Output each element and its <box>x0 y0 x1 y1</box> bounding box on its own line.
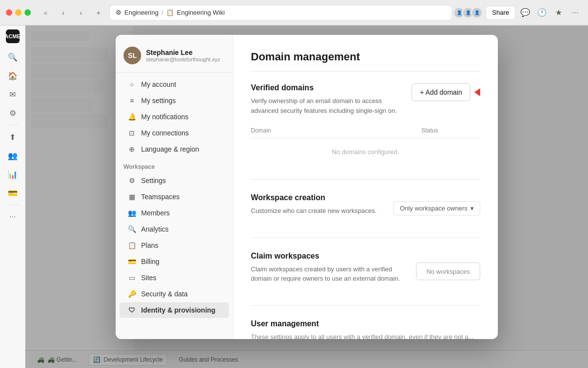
nav-members-label: Members <box>141 209 170 217</box>
nav-item-teamspaces[interactable]: ▦ Teamspaces <box>120 189 229 205</box>
nav-billing-label: Billing <box>141 258 159 265</box>
sites-icon: ▭ <box>127 273 136 282</box>
logo-text: ACME <box>4 33 20 39</box>
domains-empty-message: No domains configured. <box>251 138 480 165</box>
analytics-icon: 🔍 <box>127 225 136 234</box>
sidebar-upload-icon[interactable]: ⬆ <box>4 128 22 146</box>
domain-column-header: Domain <box>251 127 421 134</box>
user-email: stephanie@toolsforthought.xyz <box>146 56 220 62</box>
avatar-3: 👤 <box>471 7 483 19</box>
user-management-desc: These settings apply to all users with a… <box>251 332 480 340</box>
sidebar-settings-icon[interactable]: ⚙ <box>4 104 22 122</box>
claim-workspaces-title: Claim workspaces <box>251 252 406 261</box>
nav-my-settings-label: My settings <box>141 97 176 105</box>
add-domain-row: + Add domain <box>412 83 480 101</box>
no-workspaces-button[interactable]: No workspaces <box>416 263 480 280</box>
verified-domains-section: Verified domains Verify ownership of an … <box>251 83 480 180</box>
workspace-creation-dropdown-label: Only workspace owners <box>400 205 467 212</box>
workspace-section-label: Workspace <box>116 158 233 172</box>
nav-item-identity-provisioning[interactable]: 🛡 Identity & provisioning <box>120 302 229 318</box>
sidebar-divider-1 <box>7 125 19 125</box>
nav-identity-provisioning-label: Identity & provisioning <box>141 306 216 314</box>
modal-content: Domain management Verified domains Verif… <box>233 35 498 339</box>
sidebar-analytics-icon[interactable]: 📊 <box>4 165 22 183</box>
nav-item-members[interactable]: 👥 Members <box>120 205 229 221</box>
workspace-creation-desc: Customize who can create new workspaces. <box>251 206 384 216</box>
language-region-icon: ⊕ <box>127 145 136 154</box>
back-button[interactable]: ‹ <box>56 6 70 20</box>
nav-item-billing[interactable]: 💳 Billing <box>120 254 229 269</box>
modal-user-header: SL Stephanie Lee stephanie@toolsforthoug… <box>116 43 233 73</box>
my-settings-icon: ≡ <box>127 96 136 105</box>
my-connections-icon: ⊡ <box>127 129 136 137</box>
app-sidebar: ACME 🔍 🏠 ✉ ⚙ ⬆ 👥 📊 💳 ··· <box>0 26 25 368</box>
page-title: Domain management <box>251 51 480 72</box>
nav-item-language-region[interactable]: ⊕ Language & region <box>120 141 229 157</box>
teamspaces-icon: ▦ <box>127 192 136 201</box>
sidebar-home-icon[interactable]: 🏠 <box>4 67 22 84</box>
claim-workspaces-text: Claim workspaces Claim workspaces create… <box>251 252 406 291</box>
history-icon[interactable]: 🕐 <box>535 6 549 20</box>
settings-modal: SL Stephanie Lee stephanie@toolsforthoug… <box>116 35 498 339</box>
settings-icon: ⚙ <box>127 176 136 185</box>
claim-workspaces-desc: Claim workspaces created by users with a… <box>251 264 406 284</box>
nav-settings-label: Settings <box>141 177 166 184</box>
workspace-creation-section: Workspace creation Customize who can cre… <box>251 193 480 238</box>
nav-item-plans[interactable]: 📋 Plans <box>120 237 229 253</box>
sidebar-collapse-icon[interactable]: « <box>39 6 52 20</box>
identity-provisioning-icon: 🛡 <box>127 306 136 315</box>
nav-my-connections-label: My connections <box>141 129 189 137</box>
minimize-button[interactable] <box>15 9 22 16</box>
sidebar-search-icon[interactable]: 🔍 <box>4 48 22 66</box>
app-logo[interactable]: ACME <box>6 29 20 43</box>
traffic-lights <box>6 9 31 16</box>
avatar: SL <box>123 47 141 64</box>
nav-my-notifications-label: My notifications <box>141 113 188 121</box>
sidebar-inbox-icon[interactable]: ✉ <box>4 85 22 103</box>
close-button[interactable] <box>6 9 12 16</box>
sidebar-more-icon[interactable]: ··· <box>4 208 22 226</box>
arrow-head <box>474 88 480 96</box>
nav-sites-label: Sites <box>141 274 156 282</box>
user-name: Stephanie Lee <box>146 49 220 56</box>
nav-item-my-connections[interactable]: ⊡ My connections <box>120 125 229 141</box>
modal-sidebar: SL Stephanie Lee stephanie@toolsforthoug… <box>116 35 233 339</box>
sidebar-members-icon[interactable]: 👥 <box>4 147 22 164</box>
toolbar-actions: 👤 👤 👤 Share 💬 🕐 ★ ··· <box>456 6 582 20</box>
more-icon[interactable]: ··· <box>568 6 582 20</box>
security-data-icon: 🔑 <box>127 289 136 298</box>
plans-icon: 📋 <box>127 241 136 250</box>
members-icon: 👥 <box>127 209 136 217</box>
breadcrumb-page[interactable]: Engineering Wiki <box>177 9 225 16</box>
browser-chrome: « ‹ › + ⚙ Engineering / 📋 Engineering Wi… <box>0 0 588 26</box>
verified-domains-header-row: Verified domains Verify ownership of an … <box>251 83 480 123</box>
favorite-icon[interactable]: ★ <box>552 6 565 20</box>
workspace-creation-dropdown[interactable]: Only workspace owners ▾ <box>393 201 480 215</box>
nav-item-my-notifications[interactable]: 🔔 My notifications <box>120 109 229 125</box>
verified-domains-desc: Verify ownership of an email domain to a… <box>251 96 402 115</box>
nav-item-sites[interactable]: ▭ Sites <box>120 270 229 286</box>
forward-button[interactable]: › <box>74 6 88 20</box>
nav-item-security-data[interactable]: 🔑 Security & data <box>120 286 229 302</box>
add-domain-button[interactable]: + Add domain <box>412 83 470 101</box>
share-button[interactable]: Share <box>486 6 515 20</box>
nav-language-region-label: Language & region <box>141 145 199 153</box>
modal-overlay[interactable]: SL Stephanie Lee stephanie@toolsforthoug… <box>25 26 588 368</box>
nav-item-settings[interactable]: ⚙ Settings <box>120 173 229 188</box>
nav-item-my-settings[interactable]: ≡ My settings <box>120 93 229 108</box>
workspace-creation-row: Workspace creation Customize who can cre… <box>251 193 480 224</box>
nav-item-analytics[interactable]: 🔍 Analytics <box>120 221 229 237</box>
breadcrumb-page-icon: 📋 <box>166 9 174 16</box>
maximize-button[interactable] <box>24 9 31 16</box>
avatar-stack: 👤 👤 👤 <box>456 7 483 19</box>
breadcrumb-workspace[interactable]: Engineering <box>124 9 158 16</box>
add-page-button[interactable]: + <box>92 6 105 20</box>
address-bar[interactable]: ⚙ Engineering / 📋 Engineering Wiki <box>109 5 452 21</box>
nav-security-data-label: Security & data <box>141 290 188 298</box>
comment-icon[interactable]: 💬 <box>518 6 532 20</box>
nav-my-account-label: My account <box>141 80 176 88</box>
sidebar-billing-icon[interactable]: 💳 <box>4 184 22 202</box>
breadcrumb-separator: / <box>161 9 163 16</box>
claim-workspaces-row: Claim workspaces Claim workspaces create… <box>251 252 480 291</box>
nav-item-my-account[interactable]: ○ My account <box>120 77 229 92</box>
